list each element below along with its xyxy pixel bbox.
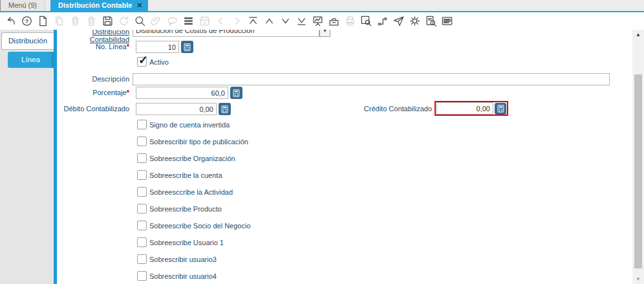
row-activo: Activo xyxy=(57,57,632,71)
checkbox-label: Sobreescribe la cuenta xyxy=(149,171,222,179)
scroll-up-icon[interactable]: ▲ xyxy=(632,32,644,38)
calculator-icon xyxy=(497,105,504,113)
row-checkbox: Sobreescribe Usuario 1 xyxy=(57,237,632,252)
tab-distribucion-contable[interactable]: Distribución Contable ✕ xyxy=(50,0,148,11)
row-descripcion: Descripción xyxy=(57,72,632,87)
undo-icon[interactable] xyxy=(5,15,17,27)
row-checkbox: Sobreesccribe la Actividad xyxy=(57,187,632,201)
checkbox-label: Sobrescribir tipo de publicación xyxy=(149,138,248,146)
descripcion-input[interactable] xyxy=(133,73,610,85)
row-checkbox: Sobreescribe Producto xyxy=(57,204,632,218)
parent-record-icon xyxy=(215,15,227,27)
active-tab-label: Distribución Contable xyxy=(58,0,132,11)
delete-record-icon xyxy=(69,15,81,27)
row-checkbox: Sobreescribe la cuenta xyxy=(57,170,632,184)
svg-text:?: ? xyxy=(25,18,28,25)
calculator-icon xyxy=(233,89,240,97)
checkbox-label: Sobrescribir usuario3 xyxy=(149,256,217,263)
checkbox-sobreescribe-producto[interactable] xyxy=(137,204,147,213)
checkbox-label: Sobrescribir usuario4 xyxy=(149,272,217,280)
attachment-icon xyxy=(150,15,162,27)
print-preview-icon[interactable] xyxy=(360,15,372,27)
activo-label: Activo xyxy=(149,58,169,66)
activo-checkbox[interactable] xyxy=(137,57,147,67)
close-icon[interactable]: ✕ xyxy=(136,0,142,11)
window-lines-icon[interactable] xyxy=(441,15,453,27)
checkbox-sobreescribe-socio-negocio[interactable] xyxy=(137,221,147,230)
delete-selection-icon xyxy=(85,15,98,27)
row-debito-credito: Débito Contabilizado Crédito Contabiliza… xyxy=(57,102,632,116)
scrollbar-thumb[interactable] xyxy=(634,74,642,268)
send-mail-icon[interactable] xyxy=(392,15,405,27)
print-icon xyxy=(344,15,356,27)
row-checkbox: Sobrescribir tipo de publicación xyxy=(57,137,632,151)
credito-input[interactable] xyxy=(436,102,493,115)
no-linea-input[interactable] xyxy=(136,41,179,53)
checkbox-label: Sobreescribe Organización xyxy=(149,155,235,162)
required-mark: * xyxy=(127,43,129,50)
presentation-icon[interactable] xyxy=(312,15,324,27)
row-checkbox: Sobreescribe Organización xyxy=(57,153,632,168)
checkbox-label: Signo de cuenta invertida xyxy=(149,121,230,129)
toolbar: ?31 xyxy=(0,12,644,30)
calculator-button[interactable] xyxy=(181,41,193,53)
refresh-icon xyxy=(118,15,130,27)
first-record-icon[interactable] xyxy=(247,15,259,27)
chat-icon xyxy=(166,15,178,27)
sidebar-tab-linea[interactable]: Línea xyxy=(8,52,54,68)
process-icon[interactable] xyxy=(409,15,421,27)
porcentaje-input[interactable] xyxy=(136,87,228,99)
previous-record-icon[interactable] xyxy=(263,15,275,27)
checkbox-sobrescribir-usuario3[interactable] xyxy=(137,254,147,264)
calculator-icon xyxy=(221,105,228,113)
calculator-button[interactable] xyxy=(219,103,231,115)
help-icon[interactable]: ? xyxy=(21,15,33,27)
calculator-button[interactable] xyxy=(230,87,242,99)
save-icon[interactable] xyxy=(102,15,114,27)
checkbox-sobrescribir-usuario4[interactable] xyxy=(137,271,147,281)
vertical-scrollbar[interactable]: ▲ ▼ xyxy=(632,30,644,284)
find-icon[interactable] xyxy=(134,15,146,27)
row-checkbox: Signo de cuenta invertida xyxy=(57,120,632,134)
credito-label: Crédito Contabilizado xyxy=(354,105,432,113)
checkbox-signo-cuenta-invertida[interactable] xyxy=(137,120,147,129)
row-checkbox: Sobreescribe Socio del Negocio xyxy=(57,221,632,235)
sidebar-tab-panel: Distribución Línea xyxy=(0,30,54,284)
report-icon[interactable] xyxy=(425,15,437,27)
row-checkbox: Sobrescribir usuario4 xyxy=(57,271,632,284)
row-porcentaje: Porcentaje* xyxy=(57,86,632,100)
tab-menu[interactable]: Menú (9) xyxy=(1,0,45,11)
checkbox-sobreescribe-cuenta[interactable] xyxy=(137,170,147,180)
sidebar-tab-distribucion[interactable]: Distribución xyxy=(1,32,54,50)
archive-icon[interactable] xyxy=(328,15,340,27)
last-record-icon[interactable] xyxy=(295,15,308,27)
debito-label: Débito Contabilizado xyxy=(57,105,129,113)
porcentaje-label: Porcentaje* xyxy=(57,89,129,96)
copy-record-icon xyxy=(53,15,65,27)
credito-focus-ring xyxy=(435,101,508,116)
chevron-down-icon[interactable]: ▾ xyxy=(319,30,330,37)
application-window: Menú (9) Distribución Contable ✕ ?31 Dis… xyxy=(0,0,644,284)
grid-toggle-icon[interactable] xyxy=(182,15,195,27)
svg-text:31: 31 xyxy=(202,21,206,25)
calendar-icon: 31 xyxy=(199,15,211,27)
checkbox-sobreescribe-usuario1[interactable] xyxy=(137,237,147,247)
required-mark: * xyxy=(127,89,129,96)
debito-input[interactable] xyxy=(136,103,217,115)
checkbox-sobreescribe-organizacion[interactable] xyxy=(137,153,147,163)
row-distribucion: Distribución Contabilidad ▾ xyxy=(57,30,632,38)
checkbox-sobreescribe-actividad[interactable] xyxy=(137,187,147,197)
workflow-icon[interactable] xyxy=(376,15,389,27)
row-checkbox: Sobrescribir usuario3 xyxy=(57,254,632,268)
descripcion-label: Descripción xyxy=(57,75,129,83)
scroll-down-icon[interactable]: ▼ xyxy=(632,276,644,282)
checkbox-sobrescribir-tipo-publicacion[interactable] xyxy=(137,137,147,146)
form-panel: Distribución Contabilidad ▾ No. Línea* xyxy=(57,30,632,284)
next-record-icon[interactable] xyxy=(279,15,292,27)
new-record-icon[interactable] xyxy=(37,15,49,27)
calculator-icon xyxy=(184,43,191,51)
distribucion-combobox[interactable] xyxy=(133,30,319,37)
calculator-button[interactable] xyxy=(495,103,506,115)
checkbox-label: Sobreesccribe la Actividad xyxy=(149,188,233,196)
checkbox-label: Sobreescribe Producto xyxy=(149,205,222,213)
